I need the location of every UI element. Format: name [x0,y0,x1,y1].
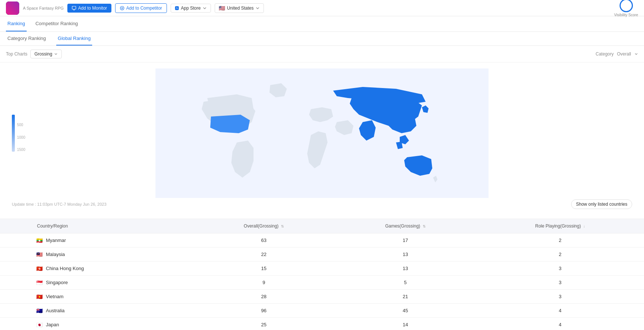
sort-icon: ↓ [583,224,585,228]
games-value: 21 [335,290,476,304]
store-icon [175,6,179,10]
category-select[interactable]: Category Overall [596,51,638,57]
visibility-score: Visibility Score [614,0,638,17]
country-cell: 🇻🇳Vietnam [0,290,193,304]
chevron-down-icon [202,6,207,10]
tab-competitor-ranking[interactable]: Competitor Ranking [34,16,80,31]
table-row: 🇸🇬Singapore953 [0,276,644,290]
country-name: Vietnam [46,294,63,299]
country-flag: 🇯🇵 [36,322,43,327]
country-flag: 🇸🇬 [36,280,43,285]
overall-value: 25 [193,318,335,330]
overall-value: 96 [193,304,335,318]
chevron-down-icon [634,52,638,56]
table-row: 🇦🇺Australia96454 [0,304,644,318]
ranking-table: Country/Region Overall(Grossing) ⇅ Games… [0,219,644,330]
games-value: 14 [335,318,476,330]
table-header-row: Country/Region Overall(Grossing) ⇅ Games… [0,219,644,233]
controls-left: Top Charts Grossing [6,50,62,58]
role-playing-value: 3 [476,276,644,290]
country-flag: 🇲🇾 [36,252,43,257]
app-store-select[interactable]: App Store [171,4,211,13]
games-value: 13 [335,262,476,276]
add-to-monitor-button[interactable]: Add to Monitor [67,4,111,13]
add-to-competitor-button[interactable]: Add to Competitor [115,3,167,13]
sub-tabs: Category Ranking Global Ranking [0,32,644,46]
country-name: Singapore [46,280,68,285]
overall-value: 63 [193,233,335,248]
role-playing-value: 3 [476,262,644,276]
col-country: Country/Region [0,219,193,233]
country-name: Malaysia [46,252,65,257]
top-charts-dropdown[interactable]: Grossing [30,50,62,58]
table-row: 🇲🇲Myanmar63172 [0,233,644,248]
top-charts-label: Top Charts [6,51,27,57]
app-icon [6,1,19,15]
world-map [155,68,489,198]
country-name: China Hong Kong [46,266,84,271]
map-footer: Update time : 11:03pm UTC-7 Monday Jun 2… [6,198,638,213]
sub-tab-category-ranking[interactable]: Category Ranking [6,32,47,46]
role-playing-value: 2 [476,233,644,248]
table-row: 🇯🇵Japan25144 [0,318,644,330]
country-flag: 🇭🇰 [36,266,43,271]
legend-bar [12,115,15,152]
country-name: Australia [46,308,65,313]
country-cell: 🇯🇵Japan [0,318,193,330]
role-playing-value: 4 [476,304,644,318]
country-cell: 🇸🇬Singapore [0,276,193,290]
map-section: 500 1000 1500 [0,63,644,219]
role-playing-value: 4 [476,318,644,330]
table-row: 🇭🇰China Hong Kong15133 [0,262,644,276]
monitor-icon [72,6,76,10]
country-name: Myanmar [46,238,66,243]
legend-label-1500: 1500 [17,148,25,152]
country-flag: 🇦🇺 [36,308,43,313]
competitor-icon [120,6,124,10]
main-tabs: Ranking Competitor Ranking [0,16,644,32]
sort-icon: ⇅ [281,224,284,228]
map-container: 500 1000 1500 [6,68,638,198]
games-value: 13 [335,248,476,262]
app-header: A Space Fantasy RPG Add to Monitor Add t… [0,0,644,16]
country-cell: 🇲🇾Malaysia [0,248,193,262]
col-role-playing[interactable]: Role Playing(Grossing) ↓ [476,219,644,233]
svg-rect-0 [72,6,76,9]
tab-ranking[interactable]: Ranking [6,16,27,31]
chevron-down-icon [54,52,58,56]
legend-label-1000: 1000 [17,135,25,139]
table-row: 🇻🇳Vietnam28213 [0,290,644,304]
overall-value: 15 [193,262,335,276]
legend-label-500: 500 [17,123,25,127]
update-time: Update time : 11:03pm UTC-7 Monday Jun 2… [12,202,107,206]
region-select[interactable]: 🇺🇸 United States [215,3,264,13]
controls-bar: Top Charts Grossing Category Overall [0,46,644,63]
overall-value: 22 [193,248,335,262]
chevron-down-icon [255,6,260,10]
map-legend: 500 1000 1500 [12,115,25,152]
role-playing-value: 3 [476,290,644,304]
visibility-circle [620,0,633,12]
country-cell: 🇲🇲Myanmar [0,233,193,248]
overall-value: 28 [193,290,335,304]
show-listed-countries-button[interactable]: Show only listed countries [571,199,632,209]
col-games[interactable]: Games(Grossing) ⇅ [335,219,476,233]
data-table: Country/Region Overall(Grossing) ⇅ Games… [0,219,644,330]
role-playing-value: 2 [476,248,644,262]
country-flag: 🇲🇲 [36,238,43,243]
table-row: 🇲🇾Malaysia22132 [0,248,644,262]
country-cell: 🇦🇺Australia [0,304,193,318]
country-cell: 🇭🇰China Hong Kong [0,262,193,276]
games-value: 17 [335,233,476,248]
games-value: 5 [335,276,476,290]
games-value: 45 [335,304,476,318]
country-flag: 🇻🇳 [36,294,43,299]
sub-tab-global-ranking[interactable]: Global Ranking [56,32,92,46]
app-subtitle: A Space Fantasy RPG [23,6,64,10]
col-overall[interactable]: Overall(Grossing) ⇅ [193,219,335,233]
country-name: Japan [46,322,59,327]
legend-labels: 500 1000 1500 [17,115,25,152]
overall-value: 9 [193,276,335,290]
sort-icon: ⇅ [423,224,426,228]
